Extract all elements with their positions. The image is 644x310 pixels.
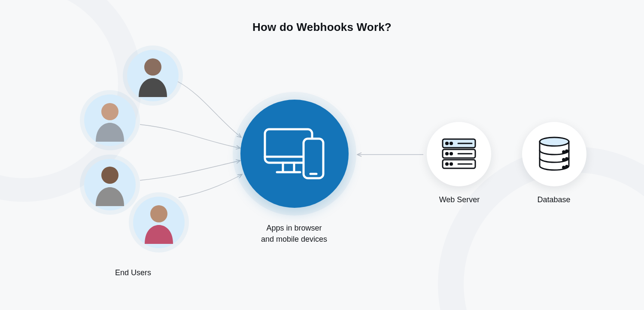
monitor-and-phone-icon	[262, 126, 327, 182]
svg-point-1	[101, 103, 118, 120]
svg-point-2	[101, 167, 118, 184]
svg-point-29	[566, 166, 568, 168]
svg-point-28	[563, 167, 565, 169]
user-avatar-4	[133, 197, 185, 248]
user-avatar-3	[84, 159, 136, 210]
apps-label-line2: and mobile devices	[261, 235, 327, 243]
database-cylinder-icon	[537, 137, 572, 172]
svg-point-21	[446, 163, 448, 165]
end-users-label: End Users	[90, 267, 176, 278]
apps-node	[240, 100, 349, 208]
apps-label-line1: Apps in browser	[266, 224, 322, 232]
person-avatar-icon	[140, 201, 177, 244]
diagram-stage: How do Webhooks Work?	[0, 0, 644, 310]
apps-label: Apps in browser and mobile devices	[234, 222, 354, 245]
svg-point-17	[446, 142, 448, 144]
database-node	[522, 122, 586, 186]
database-label: Database	[511, 194, 597, 205]
svg-point-0	[144, 58, 161, 76]
svg-point-20	[450, 152, 452, 155]
person-avatar-icon	[134, 54, 171, 97]
line-user1-to-apps	[178, 82, 241, 137]
diagram-title: How do Webhooks Work?	[0, 21, 644, 34]
svg-point-25	[566, 150, 568, 152]
svg-point-26	[563, 159, 565, 161]
svg-point-22	[450, 163, 452, 165]
web-server-label: Web Server	[416, 194, 502, 205]
web-server-node	[427, 122, 491, 186]
server-rack-icon	[441, 137, 477, 171]
svg-point-23	[540, 137, 569, 146]
svg-point-27	[566, 158, 568, 160]
svg-point-18	[450, 142, 452, 144]
person-avatar-icon	[91, 99, 128, 142]
svg-point-3	[150, 205, 167, 222]
line-user4-to-apps	[179, 174, 242, 198]
person-avatar-icon	[91, 163, 128, 206]
svg-rect-9	[304, 139, 323, 178]
svg-point-24	[563, 151, 565, 153]
user-avatar-2	[84, 94, 136, 146]
user-avatar-1	[127, 50, 179, 101]
line-user2-to-apps	[140, 125, 240, 148]
line-user3-to-apps	[140, 161, 240, 180]
svg-point-19	[446, 152, 448, 155]
